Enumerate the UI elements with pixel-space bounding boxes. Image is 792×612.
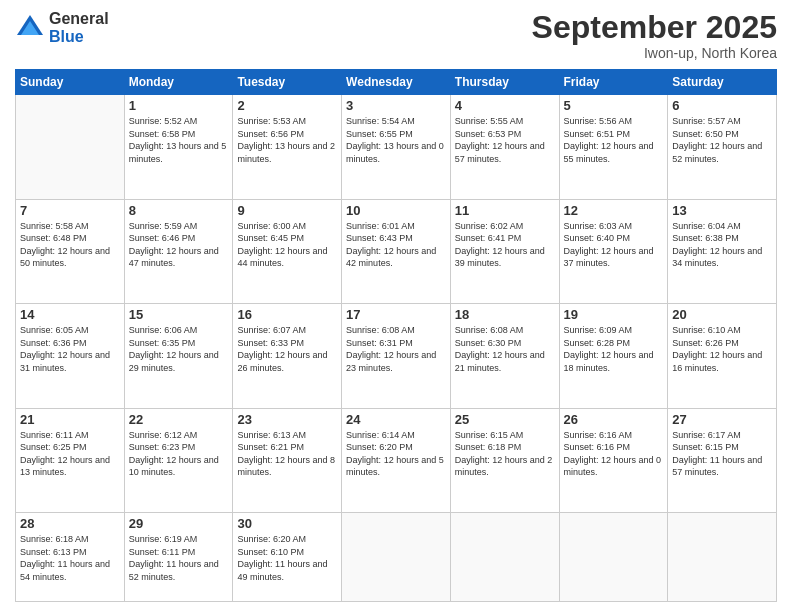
logo-icon (15, 13, 45, 43)
day-info: Sunrise: 6:15 AM Sunset: 6:18 PM Dayligh… (455, 429, 555, 479)
day-number: 12 (564, 203, 664, 218)
day-number: 7 (20, 203, 120, 218)
table-row: 10Sunrise: 6:01 AM Sunset: 6:43 PM Dayli… (342, 199, 451, 303)
table-row: 9Sunrise: 6:00 AM Sunset: 6:45 PM Daylig… (233, 199, 342, 303)
day-info: Sunrise: 6:02 AM Sunset: 6:41 PM Dayligh… (455, 220, 555, 270)
day-info: Sunrise: 6:04 AM Sunset: 6:38 PM Dayligh… (672, 220, 772, 270)
table-row: 26Sunrise: 6:16 AM Sunset: 6:16 PM Dayli… (559, 408, 668, 512)
day-number: 17 (346, 307, 446, 322)
day-info: Sunrise: 6:08 AM Sunset: 6:31 PM Dayligh… (346, 324, 446, 374)
day-info: Sunrise: 6:14 AM Sunset: 6:20 PM Dayligh… (346, 429, 446, 479)
day-number: 11 (455, 203, 555, 218)
day-number: 9 (237, 203, 337, 218)
page: General Blue September 2025 Iwon-up, Nor… (0, 0, 792, 612)
day-number: 25 (455, 412, 555, 427)
table-row (342, 512, 451, 601)
day-number: 19 (564, 307, 664, 322)
table-row: 18Sunrise: 6:08 AM Sunset: 6:30 PM Dayli… (450, 304, 559, 408)
day-info: Sunrise: 5:57 AM Sunset: 6:50 PM Dayligh… (672, 115, 772, 165)
day-number: 18 (455, 307, 555, 322)
day-number: 24 (346, 412, 446, 427)
day-info: Sunrise: 5:54 AM Sunset: 6:55 PM Dayligh… (346, 115, 446, 165)
day-number: 3 (346, 98, 446, 113)
day-number: 6 (672, 98, 772, 113)
day-info: Sunrise: 6:09 AM Sunset: 6:28 PM Dayligh… (564, 324, 664, 374)
day-info: Sunrise: 6:19 AM Sunset: 6:11 PM Dayligh… (129, 533, 229, 583)
day-number: 15 (129, 307, 229, 322)
calendar-header-row: Sunday Monday Tuesday Wednesday Thursday… (16, 70, 777, 95)
table-row: 7Sunrise: 5:58 AM Sunset: 6:48 PM Daylig… (16, 199, 125, 303)
table-row (16, 95, 125, 199)
day-info: Sunrise: 5:52 AM Sunset: 6:58 PM Dayligh… (129, 115, 229, 165)
table-row: 11Sunrise: 6:02 AM Sunset: 6:41 PM Dayli… (450, 199, 559, 303)
day-number: 30 (237, 516, 337, 531)
table-row: 29Sunrise: 6:19 AM Sunset: 6:11 PM Dayli… (124, 512, 233, 601)
table-row: 23Sunrise: 6:13 AM Sunset: 6:21 PM Dayli… (233, 408, 342, 512)
table-row: 13Sunrise: 6:04 AM Sunset: 6:38 PM Dayli… (668, 199, 777, 303)
table-row: 20Sunrise: 6:10 AM Sunset: 6:26 PM Dayli… (668, 304, 777, 408)
logo-general: General (49, 10, 109, 28)
day-number: 14 (20, 307, 120, 322)
day-info: Sunrise: 5:56 AM Sunset: 6:51 PM Dayligh… (564, 115, 664, 165)
calendar-body: 1Sunrise: 5:52 AM Sunset: 6:58 PM Daylig… (16, 95, 777, 602)
day-info: Sunrise: 6:20 AM Sunset: 6:10 PM Dayligh… (237, 533, 337, 583)
day-info: Sunrise: 6:06 AM Sunset: 6:35 PM Dayligh… (129, 324, 229, 374)
day-info: Sunrise: 6:13 AM Sunset: 6:21 PM Dayligh… (237, 429, 337, 479)
col-saturday: Saturday (668, 70, 777, 95)
day-number: 1 (129, 98, 229, 113)
table-row (450, 512, 559, 601)
day-number: 20 (672, 307, 772, 322)
day-info: Sunrise: 6:01 AM Sunset: 6:43 PM Dayligh… (346, 220, 446, 270)
month-title: September 2025 (532, 10, 777, 45)
col-monday: Monday (124, 70, 233, 95)
day-number: 22 (129, 412, 229, 427)
table-row: 14Sunrise: 6:05 AM Sunset: 6:36 PM Dayli… (16, 304, 125, 408)
col-sunday: Sunday (16, 70, 125, 95)
table-row: 3Sunrise: 5:54 AM Sunset: 6:55 PM Daylig… (342, 95, 451, 199)
table-row: 8Sunrise: 5:59 AM Sunset: 6:46 PM Daylig… (124, 199, 233, 303)
day-info: Sunrise: 6:17 AM Sunset: 6:15 PM Dayligh… (672, 429, 772, 479)
table-row (559, 512, 668, 601)
table-row: 5Sunrise: 5:56 AM Sunset: 6:51 PM Daylig… (559, 95, 668, 199)
table-row: 22Sunrise: 6:12 AM Sunset: 6:23 PM Dayli… (124, 408, 233, 512)
table-row: 6Sunrise: 5:57 AM Sunset: 6:50 PM Daylig… (668, 95, 777, 199)
table-row: 19Sunrise: 6:09 AM Sunset: 6:28 PM Dayli… (559, 304, 668, 408)
table-row: 1Sunrise: 5:52 AM Sunset: 6:58 PM Daylig… (124, 95, 233, 199)
day-number: 29 (129, 516, 229, 531)
table-row: 21Sunrise: 6:11 AM Sunset: 6:25 PM Dayli… (16, 408, 125, 512)
table-row: 15Sunrise: 6:06 AM Sunset: 6:35 PM Dayli… (124, 304, 233, 408)
location: Iwon-up, North Korea (532, 45, 777, 61)
day-number: 26 (564, 412, 664, 427)
day-number: 16 (237, 307, 337, 322)
day-number: 27 (672, 412, 772, 427)
day-number: 10 (346, 203, 446, 218)
day-info: Sunrise: 5:55 AM Sunset: 6:53 PM Dayligh… (455, 115, 555, 165)
day-number: 4 (455, 98, 555, 113)
day-number: 5 (564, 98, 664, 113)
col-wednesday: Wednesday (342, 70, 451, 95)
day-info: Sunrise: 5:59 AM Sunset: 6:46 PM Dayligh… (129, 220, 229, 270)
table-row: 2Sunrise: 5:53 AM Sunset: 6:56 PM Daylig… (233, 95, 342, 199)
table-row: 27Sunrise: 6:17 AM Sunset: 6:15 PM Dayli… (668, 408, 777, 512)
table-row: 16Sunrise: 6:07 AM Sunset: 6:33 PM Dayli… (233, 304, 342, 408)
table-row: 4Sunrise: 5:55 AM Sunset: 6:53 PM Daylig… (450, 95, 559, 199)
day-number: 2 (237, 98, 337, 113)
day-info: Sunrise: 5:53 AM Sunset: 6:56 PM Dayligh… (237, 115, 337, 165)
table-row: 24Sunrise: 6:14 AM Sunset: 6:20 PM Dayli… (342, 408, 451, 512)
day-info: Sunrise: 6:11 AM Sunset: 6:25 PM Dayligh… (20, 429, 120, 479)
calendar-table: Sunday Monday Tuesday Wednesday Thursday… (15, 69, 777, 602)
logo-text: General Blue (49, 10, 109, 45)
col-thursday: Thursday (450, 70, 559, 95)
day-info: Sunrise: 6:07 AM Sunset: 6:33 PM Dayligh… (237, 324, 337, 374)
header: General Blue September 2025 Iwon-up, Nor… (15, 10, 777, 61)
day-number: 13 (672, 203, 772, 218)
logo: General Blue (15, 10, 109, 45)
table-row: 25Sunrise: 6:15 AM Sunset: 6:18 PM Dayli… (450, 408, 559, 512)
day-info: Sunrise: 6:03 AM Sunset: 6:40 PM Dayligh… (564, 220, 664, 270)
table-row (668, 512, 777, 601)
day-info: Sunrise: 6:18 AM Sunset: 6:13 PM Dayligh… (20, 533, 120, 583)
day-info: Sunrise: 6:00 AM Sunset: 6:45 PM Dayligh… (237, 220, 337, 270)
table-row: 12Sunrise: 6:03 AM Sunset: 6:40 PM Dayli… (559, 199, 668, 303)
logo-blue: Blue (49, 28, 109, 46)
day-info: Sunrise: 5:58 AM Sunset: 6:48 PM Dayligh… (20, 220, 120, 270)
